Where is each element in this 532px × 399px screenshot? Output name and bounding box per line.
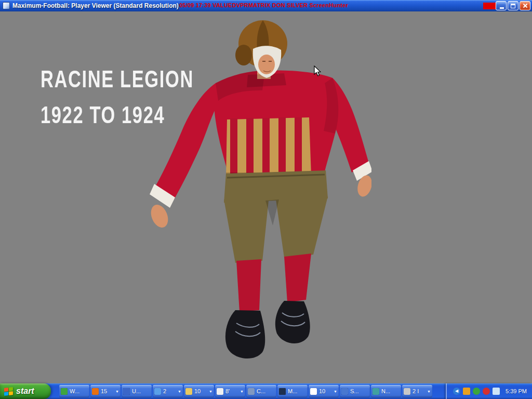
window-icon-white	[310, 388, 317, 395]
dropdown-arrow-icon[interactable]: ▼	[240, 390, 244, 393]
start-label: start	[16, 387, 34, 396]
hand-icon[interactable]	[463, 388, 470, 395]
taskbar-button-label: U...	[132, 388, 150, 394]
taskbar-button-6[interactable]: 8'▼	[215, 385, 245, 397]
taskbar-button-12[interactable]: 2 I▼	[402, 385, 432, 397]
taskbar-button-label: 2 I	[413, 388, 427, 394]
close-icon	[523, 3, 528, 8]
taskbar-button-10[interactable]: S...	[340, 385, 370, 397]
taskbar-button-9[interactable]: 10▼	[309, 385, 339, 397]
help-icon	[341, 388, 348, 395]
minimize-icon	[500, 7, 504, 9]
taskbar-button-8[interactable]: M...	[277, 385, 308, 397]
dropdown-arrow-icon[interactable]: ▼	[178, 390, 181, 393]
player-model	[132, 17, 371, 370]
volume-icon[interactable]	[493, 388, 500, 395]
window-icon[interactable]	[3, 2, 10, 9]
taskbar-button-4[interactable]: 2▼	[153, 385, 183, 397]
taskbar-button-5[interactable]: 10▼	[184, 385, 214, 397]
watermark-block	[483, 3, 497, 9]
windows-flag-quadrant	[4, 388, 8, 392]
maximize-icon	[511, 4, 515, 8]
taskbar: start W...15▼U...2▼10▼8'▼C...M...10▼S...…	[0, 383, 532, 399]
system-tray: ◀ 5:39 PM	[446, 383, 532, 399]
taskbar-button-label: S...	[350, 388, 368, 394]
notepad-icon	[217, 388, 223, 395]
dropdown-arrow-icon[interactable]: ▼	[427, 390, 431, 393]
taskbar-button-label: W...	[70, 388, 88, 394]
window-title: Maximum-Football: Player Viewer (Standar…	[12, 2, 179, 9]
taskbar-button-2[interactable]: 15▼	[90, 385, 121, 397]
titlebar: Maximum-Football: Player Viewer (Standar…	[0, 0, 532, 11]
taskbar-button-11[interactable]: N...	[371, 385, 401, 397]
taskbar-button-label: 8'	[225, 388, 240, 394]
taskbar-button-label: 10	[194, 388, 208, 394]
app-icon-blue	[123, 388, 130, 395]
app-icon-teal	[373, 388, 379, 395]
dropdown-arrow-icon[interactable]: ▼	[115, 390, 119, 393]
dropdown-arrow-icon[interactable]: ▼	[209, 390, 212, 393]
messenger-icon[interactable]	[473, 388, 480, 395]
taskbar-button-label: 15	[101, 388, 115, 394]
hide-icons-icon[interactable]: ◀	[453, 388, 460, 395]
app-icon-gray	[248, 388, 255, 395]
tray-icons: ◀	[453, 388, 500, 395]
mf-app-icon	[404, 388, 410, 395]
alert-icon[interactable]	[483, 388, 490, 395]
mouse-cursor-icon	[314, 65, 321, 77]
taskbar-button-label: 10	[319, 388, 333, 394]
taskbar-button-label: C...	[257, 388, 275, 394]
firefox-icon	[92, 388, 99, 395]
windows-flag-quadrant	[4, 392, 8, 396]
taskbar-button-7[interactable]: C...	[246, 385, 276, 397]
minimize-button[interactable]	[496, 1, 507, 10]
windows-logo-icon	[4, 387, 13, 396]
folder-icon	[185, 388, 192, 395]
taskbar-buttons: W...15▼U...2▼10▼8'▼C...M...10▼S...N...2 …	[59, 385, 446, 397]
start-button[interactable]: start	[0, 383, 51, 399]
maximize-button[interactable]	[508, 1, 518, 10]
player-viewport[interactable]: RACINE LEGION 1922 TO 1924	[0, 11, 532, 383]
dropdown-arrow-icon[interactable]: ▼	[334, 390, 337, 393]
taskbar-button-1[interactable]: W...	[59, 385, 89, 397]
close-button[interactable]	[520, 1, 530, 10]
mfb-app-icon	[279, 388, 286, 395]
taskbar-button-label: M...	[288, 388, 306, 394]
taskbar-button-label: N...	[381, 388, 400, 394]
screenhunter-watermark: 05/09 17:39 VALUEDVPRMATRIX DON SILVER S…	[179, 2, 348, 8]
app-icon-lightblue	[154, 388, 161, 395]
taskbar-button-3[interactable]: U...	[122, 385, 152, 397]
windows-flag-quadrant	[9, 387, 13, 391]
media-app-icon	[61, 388, 68, 395]
window-controls	[496, 1, 530, 10]
taskbar-button-label: 2	[163, 388, 177, 394]
windows-flag-quadrant	[9, 391, 13, 395]
taskbar-clock: 5:39 PM	[506, 388, 527, 394]
